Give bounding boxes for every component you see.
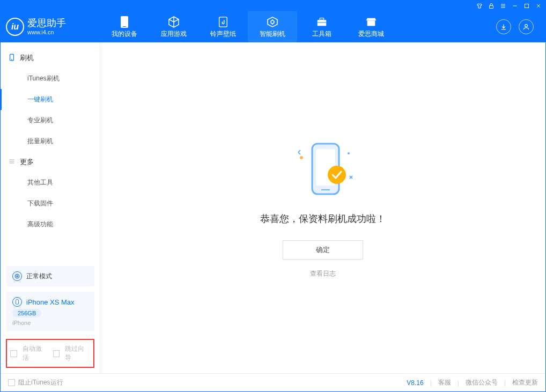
tab-flash[interactable]: 智能刷机 xyxy=(248,11,297,42)
device-type: iPhone xyxy=(12,320,88,326)
nav-tabs: 我的设备 应用游戏 铃声壁纸 智能刷机 工具箱 爱思商城 xyxy=(100,11,396,42)
close-icon[interactable] xyxy=(535,2,542,10)
svg-point-21 xyxy=(17,276,18,277)
confirm-button[interactable]: 确定 xyxy=(283,240,363,260)
tab-ringtones[interactable]: 铃声壁纸 xyxy=(198,11,248,42)
device-name: iPhone XS Max xyxy=(26,298,75,306)
tab-label: 应用游戏 xyxy=(161,29,187,39)
device-mode-card[interactable]: 正常模式 xyxy=(6,266,94,286)
header: iu 爱思助手 www.i4.cn 我的设备 应用游戏 铃声壁纸 智能刷机 xyxy=(1,11,545,42)
svg-point-24 xyxy=(300,156,303,159)
sidebar-item-download-firmware[interactable]: 下载固件 xyxy=(1,193,100,214)
svg-point-15 xyxy=(525,24,528,27)
cube-icon xyxy=(167,16,180,28)
tab-label: 爱思商城 xyxy=(358,29,384,39)
music-icon xyxy=(217,16,230,28)
svg-point-25 xyxy=(348,152,350,154)
phone-small-icon xyxy=(12,297,22,307)
tab-store[interactable]: 爱思商城 xyxy=(346,11,396,42)
download-icon[interactable] xyxy=(496,19,511,34)
svg-rect-14 xyxy=(367,20,375,26)
device-info-card[interactable]: iPhone XS Max 256GB iPhone xyxy=(6,292,94,331)
option-skip-wizard-label: 跳过向导 xyxy=(65,344,90,363)
toolbox-icon xyxy=(315,16,328,28)
menu-icon[interactable] xyxy=(499,2,507,10)
svg-rect-9 xyxy=(123,26,126,27)
view-log-link[interactable]: 查看日志 xyxy=(310,269,336,278)
footer: 阻止iTunes运行 V8.16 | 客服 | 微信公众号 | 检查更新 xyxy=(1,373,545,391)
phone-icon xyxy=(8,54,16,63)
checkbox-skip-wizard[interactable] xyxy=(53,350,60,357)
sidebar-item-other-tools[interactable]: 其他工具 xyxy=(1,172,100,193)
logo-icon: iu xyxy=(6,18,24,36)
tab-my-device[interactable]: 我的设备 xyxy=(100,11,149,42)
maximize-icon[interactable] xyxy=(523,2,530,10)
device-storage: 256GB xyxy=(12,309,41,317)
tab-label: 工具箱 xyxy=(312,29,331,39)
device-icon xyxy=(118,16,131,28)
sidebar-group-flash: 刷机 xyxy=(1,48,100,68)
svg-rect-12 xyxy=(320,18,323,20)
sidebar-item-pro-flash[interactable]: 专业刷机 xyxy=(1,110,100,131)
svg-rect-0 xyxy=(490,6,493,9)
svg-point-22 xyxy=(15,274,19,278)
block-itunes-label: 阻止iTunes运行 xyxy=(18,378,63,387)
check-update-link[interactable]: 检查更新 xyxy=(512,378,538,387)
sidebar-item-oneclick-flash[interactable]: 一键刷机 xyxy=(1,89,100,110)
user-icon[interactable] xyxy=(519,19,534,34)
sidebar: 刷机 iTunes刷机 一键刷机 专业刷机 批量刷机 更多 其他工具 下载固件 … xyxy=(1,42,100,373)
option-auto-activate-label: 自动激活 xyxy=(23,344,48,363)
footer-block-itunes[interactable]: 阻止iTunes运行 xyxy=(8,378,63,387)
lock-icon[interactable] xyxy=(488,2,495,10)
store-icon xyxy=(365,16,378,28)
wechat-link[interactable]: 微信公众号 xyxy=(466,378,498,387)
tab-label: 智能刷机 xyxy=(260,29,285,39)
titlebar xyxy=(1,1,545,11)
success-illustration xyxy=(285,137,360,202)
main-content: 恭喜您，保资料刷机成功啦！ 确定 查看日志 xyxy=(100,42,545,373)
success-message: 恭喜您，保资料刷机成功啦！ xyxy=(260,212,386,225)
version-label: V8.16 xyxy=(407,379,423,387)
tab-toolbox[interactable]: 工具箱 xyxy=(297,11,346,42)
sidebar-item-batch-flash[interactable]: 批量刷机 xyxy=(1,131,100,152)
header-actions xyxy=(496,19,540,34)
mode-icon xyxy=(12,271,22,281)
logo: iu 爱思助手 www.i4.cn xyxy=(6,18,100,36)
tab-label: 我的设备 xyxy=(112,29,137,39)
options-box: 自动激活 跳过向导 xyxy=(6,339,94,368)
footer-right: V8.16 | 客服 | 微信公众号 | 检查更新 xyxy=(407,378,538,387)
device-mode-label: 正常模式 xyxy=(26,272,52,281)
checkbox-auto-activate[interactable] xyxy=(10,350,17,357)
sidebar-item-advanced[interactable]: 高级功能 xyxy=(1,214,100,235)
sidebar-group-title: 刷机 xyxy=(20,53,34,63)
tab-label: 铃声壁纸 xyxy=(210,29,236,39)
svg-rect-8 xyxy=(121,16,128,28)
support-link[interactable]: 客服 xyxy=(438,378,451,387)
app-url: www.i4.cn xyxy=(27,29,66,35)
svg-point-29 xyxy=(328,166,346,184)
minimize-icon[interactable] xyxy=(511,2,519,10)
tab-apps[interactable]: 应用游戏 xyxy=(149,11,198,42)
app-name: 爱思助手 xyxy=(27,18,66,29)
svg-rect-23 xyxy=(16,300,19,304)
list-icon xyxy=(8,158,16,167)
checkbox-block-itunes[interactable] xyxy=(8,379,15,386)
svg-rect-5 xyxy=(525,4,529,8)
sidebar-group-title: 更多 xyxy=(20,157,34,167)
svg-rect-11 xyxy=(318,20,327,26)
app-window: iu 爱思助手 www.i4.cn 我的设备 应用游戏 铃声壁纸 智能刷机 xyxy=(0,0,546,392)
shirt-icon[interactable] xyxy=(476,2,483,10)
body: 刷机 iTunes刷机 一键刷机 专业刷机 批量刷机 更多 其他工具 下载固件 … xyxy=(1,42,545,373)
sidebar-item-itunes-flash[interactable]: iTunes刷机 xyxy=(1,68,100,89)
refresh-icon xyxy=(266,16,279,28)
sidebar-group-more: 更多 xyxy=(1,152,100,172)
